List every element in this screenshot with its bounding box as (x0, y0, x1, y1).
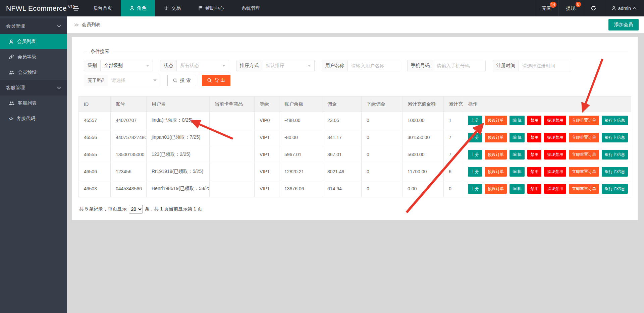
preset-order-button[interactable]: 预设订单 (485, 116, 507, 125)
page-title: 会员列表 (82, 22, 101, 28)
table-cell: VIP1 (255, 146, 279, 163)
table-cell: 0 (362, 112, 402, 129)
table-row: 4655513500135000123(已领取：2/25)VIP15967.01… (79, 146, 631, 163)
disable-button[interactable]: 禁用 (527, 133, 541, 142)
withdraw-disable-button[interactable]: 提现禁用 (544, 150, 566, 160)
table-cell: 367.01 (322, 146, 362, 163)
app-version: V10 (68, 5, 75, 9)
withdraw-disable-button[interactable]: 提现禁用 (544, 133, 566, 142)
add-points-button[interactable]: 上分 (468, 167, 482, 177)
member-table: ID账号用户名当前卡单商品等级账户余额佣金下级佣金累计充值金额累计充值操作 46… (78, 96, 631, 197)
reset-order-button[interactable]: 立即重置订单 (569, 150, 599, 160)
table-cell: 0 (362, 163, 402, 180)
column-header: 等级 (255, 97, 279, 112)
topmenu-item-help[interactable]: 帮助中心 (190, 0, 233, 16)
bank-info-button[interactable]: 银行卡信息 (602, 167, 628, 177)
edit-button[interactable]: 编 辑 (509, 133, 525, 142)
preset-order-button[interactable]: 预设订单 (485, 184, 507, 194)
more-actions[interactable]: ... (631, 117, 631, 123)
topmenu-item-trade[interactable]: 交易 (155, 0, 190, 16)
sidebar-item-service-list[interactable]: 客服列表 (0, 96, 67, 111)
sort-select[interactable]: 默认排序 (262, 60, 314, 71)
more-actions[interactable]: ... (631, 151, 631, 157)
sidebar-item-member-level[interactable]: 会员等级 (0, 49, 67, 65)
page-size-select[interactable]: 20 (129, 205, 143, 213)
username-input[interactable] (348, 60, 400, 71)
disable-button[interactable]: 禁用 (527, 184, 541, 194)
sidebar-group-service-management[interactable]: 客服管理 (0, 80, 67, 96)
reset-order-button[interactable]: 立即重置订单 (569, 133, 599, 142)
edit-button[interactable]: 编 辑 (509, 167, 525, 177)
reset-order-button[interactable]: 立即重置订单 (569, 116, 599, 125)
add-points-button[interactable]: 上分 (468, 133, 482, 142)
level-select[interactable]: 全部级别 (101, 60, 153, 71)
table-cell: 13500135000 (111, 146, 147, 163)
phone-input[interactable] (433, 60, 485, 71)
add-points-button[interactable]: 上分 (468, 184, 482, 194)
table-cell: Rr191919(已领取：5/25) (147, 163, 210, 180)
disable-button[interactable]: 禁用 (527, 150, 541, 160)
topmenu-item-home[interactable]: 后台首页 (85, 0, 121, 16)
filter-row-1: 级别 全部级别 状态 所有状态 排序方式 默认排序 (84, 60, 631, 71)
search-button[interactable]: 搜 索 (167, 75, 196, 86)
add-member-button[interactable]: 添加会员 (608, 19, 639, 30)
preset-order-button[interactable]: 预设订单 (485, 133, 507, 142)
table-header-row: ID账号用户名当前卡单商品等级账户余额佣金下级佣金累计充值金额累计充值操作 (79, 97, 631, 112)
topmenu-item-role[interactable]: 角色 (121, 0, 155, 16)
status-select[interactable]: 所有状态 (177, 60, 229, 71)
sidebar-group-member-management[interactable]: 会员管理 (0, 18, 67, 34)
more-actions[interactable]: ... (631, 186, 631, 191)
add-points-button[interactable]: 上分 (468, 150, 482, 160)
bank-info-button[interactable]: 银行卡信息 (602, 116, 628, 125)
refresh-button[interactable] (583, 0, 604, 16)
more-actions[interactable]: ... (631, 169, 631, 174)
recharged-select[interactable]: 请选择 (108, 75, 160, 86)
table-cell: Henri198619(已领取：53/25) (147, 180, 210, 197)
bank-info-button[interactable]: 银行卡信息 (602, 133, 628, 142)
regtime-input[interactable] (519, 60, 571, 71)
add-points-button[interactable]: 上分 (468, 116, 482, 125)
row-actions: 上分预设订单编 辑禁用提现禁用立即重置订单银行卡信息... (463, 180, 631, 197)
export-button[interactable]: 导 出 (202, 75, 230, 86)
table-cell: VIP1 (255, 129, 279, 146)
table-cell (210, 146, 255, 163)
withdraw-button[interactable]: 提现 0 (558, 0, 583, 16)
table-cell: 0 (362, 129, 402, 146)
link-icon (9, 54, 14, 60)
topbar: NFWL Ecommerce V10 后台首页 角色 (0, 0, 644, 16)
breadcrumb: ≫ 会员列表 (74, 22, 101, 28)
edit-button[interactable]: 编 辑 (509, 150, 525, 160)
bank-info-button[interactable]: 银行卡信息 (602, 150, 628, 160)
person-icon (9, 39, 14, 44)
disable-button[interactable]: 禁用 (527, 167, 541, 177)
table-cell: 0.00 (402, 180, 444, 197)
pagination-suffix: 条，共 1 页当前显示第 1 页 (145, 206, 202, 212)
topbar-right: 充值 14 提现 0 admin (534, 0, 644, 16)
table-cell: 13676.06 (279, 180, 322, 197)
search-fieldset: 条件搜索 (84, 49, 628, 55)
reset-order-button[interactable]: 立即重置订单 (569, 184, 599, 194)
caret-down-icon (308, 65, 311, 67)
withdraw-disable-button[interactable]: 提现禁用 (544, 167, 566, 177)
sidebar-item-member-preset[interactable]: 会员预设 (0, 65, 67, 80)
disable-button[interactable]: 禁用 (527, 116, 541, 125)
bank-info-button[interactable]: 银行卡信息 (602, 184, 628, 194)
preset-order-button[interactable]: 预设订单 (485, 150, 507, 160)
column-header: 累计充值金额 (402, 97, 444, 112)
more-actions[interactable]: ... (631, 134, 631, 140)
reset-order-button[interactable]: 立即重置订单 (569, 167, 599, 177)
sidebar-item-service-code[interactable]: </> 客服代码 (0, 111, 67, 126)
pagination: 共 5 条记录，每页显示 20 条，共 1 页当前显示第 1 页 (79, 205, 631, 213)
preset-order-button[interactable]: 预设订单 (485, 167, 507, 177)
sidebar-item-member-list[interactable]: 会员列表 (0, 34, 67, 49)
table-cell: 7 (444, 146, 463, 163)
status-filter: 状态 所有状态 (160, 60, 229, 71)
recharge-button[interactable]: 充值 14 (534, 0, 558, 16)
withdraw-disable-button[interactable]: 提现禁用 (544, 184, 566, 194)
user-menu[interactable]: admin (604, 0, 644, 16)
edit-button[interactable]: 编 辑 (509, 116, 525, 125)
withdraw-disable-button[interactable]: 提现禁用 (544, 116, 566, 125)
edit-button[interactable]: 编 辑 (509, 184, 525, 194)
topmenu-item-system[interactable]: 系统管理 (233, 0, 269, 16)
person-icon (129, 6, 135, 11)
